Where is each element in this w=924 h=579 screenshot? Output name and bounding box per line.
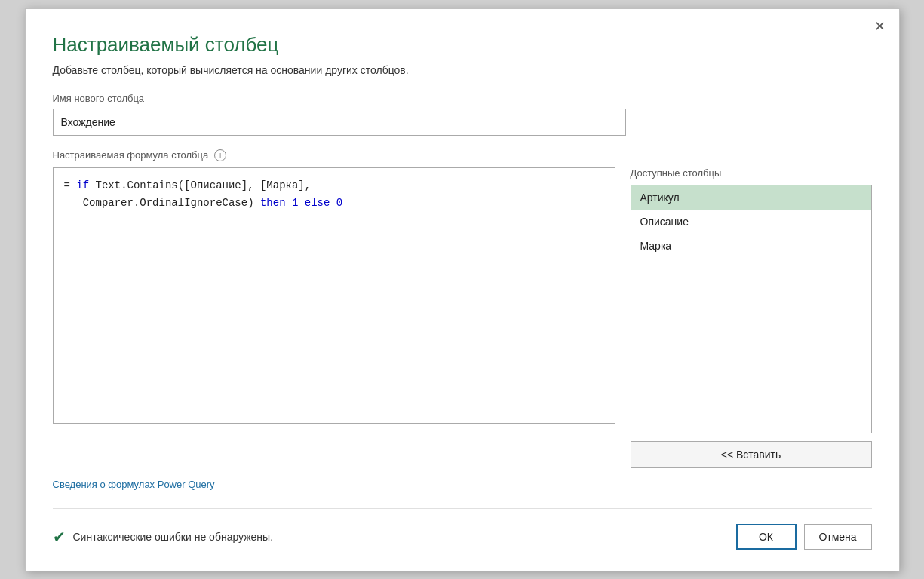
insert-button[interactable]: << Вставить	[631, 441, 872, 468]
formula-area-wrapper: = if Text.Contains([Описание], [Марка], …	[53, 167, 615, 468]
info-icon[interactable]: i	[214, 149, 226, 161]
check-icon: ✔	[53, 528, 66, 546]
close-button[interactable]: ✕	[874, 20, 886, 33]
formula-label: Настраиваемая формула столбца	[53, 149, 209, 161]
status-area: ✔ Синтаксические ошибки не обнаружены.	[53, 528, 274, 546]
column-item-opisanie[interactable]: Описание	[631, 210, 871, 234]
column-item-artikul[interactable]: Артикул	[631, 185, 871, 210]
footer-buttons: ОК Отмена	[736, 524, 872, 550]
dialog-title: Настраиваемый столбец	[53, 33, 872, 57]
status-text: Синтаксические ошибки не обнаружены.	[73, 531, 274, 543]
right-panel: Доступные столбцы Артикул Описание Марка…	[631, 167, 872, 468]
main-row: = if Text.Contains([Описание], [Марка], …	[53, 167, 872, 468]
column-name-label: Имя нового столбца	[53, 93, 872, 104]
ok-button[interactable]: ОК	[736, 524, 797, 550]
formula-label-row: Настраиваемая формула столбца i	[53, 149, 872, 161]
columns-list: Артикул Описание Марка	[631, 185, 872, 433]
dialog-footer: ✔ Синтаксические ошибки не обнаружены. О…	[53, 508, 872, 550]
cancel-button[interactable]: Отмена	[804, 524, 872, 550]
dialog-subtitle: Добавьте столбец, который вычисляется на…	[53, 64, 872, 76]
column-item-marka[interactable]: Марка	[631, 234, 871, 258]
formula-editor[interactable]: = if Text.Contains([Описание], [Марка], …	[53, 167, 615, 424]
column-name-input[interactable]	[53, 109, 626, 136]
available-columns-label: Доступные столбцы	[631, 167, 872, 179]
power-query-link[interactable]: Сведения о формулах Power Query	[53, 479, 872, 490]
custom-column-dialog: ✕ Настраиваемый столбец Добавьте столбец…	[25, 8, 900, 571]
